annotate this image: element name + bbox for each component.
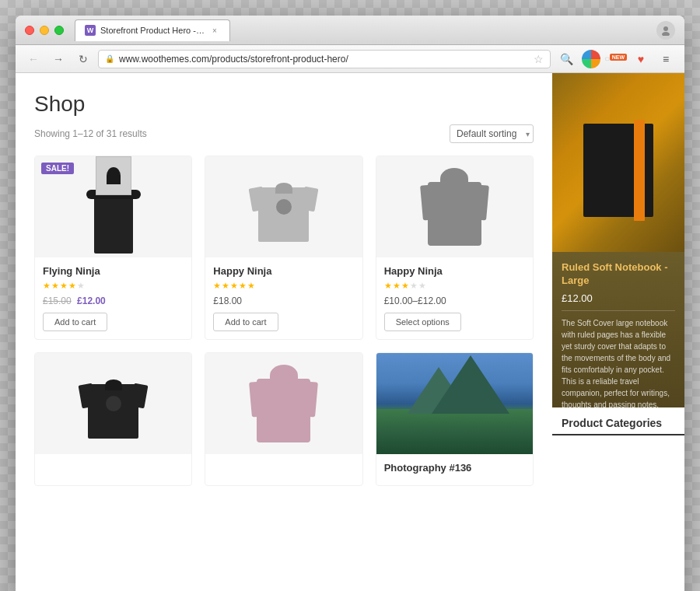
product-image bbox=[376, 353, 533, 454]
product-image: SALE! bbox=[35, 156, 191, 257]
menu-icon[interactable]: ≡ bbox=[655, 48, 677, 70]
product-image bbox=[205, 353, 362, 454]
product-price: £15.00 £12.00 bbox=[43, 296, 184, 306]
product-name: Happy Ninja bbox=[384, 265, 525, 277]
sort-wrapper: Default sorting bbox=[450, 124, 534, 143]
product-card: Photography #136 bbox=[376, 352, 534, 486]
product-card: Happy Ninja ★ ★ ★ ★ ★ £10.00–£12.00 Sele… bbox=[376, 156, 534, 340]
star-2: ★ bbox=[51, 281, 59, 291]
tab-favicon-icon: W bbox=[85, 25, 96, 36]
tab-bar: W Storefront Product Hero - W × bbox=[75, 19, 656, 41]
tab-close-button[interactable]: × bbox=[209, 25, 220, 36]
shop-main: Shop Showing 1–12 of 31 results Default … bbox=[16, 73, 552, 591]
title-bar: W Storefront Product Hero - W × bbox=[16, 16, 684, 45]
product-name: Flying Ninja bbox=[43, 265, 184, 277]
hero-divider bbox=[562, 310, 675, 311]
tshirt-design bbox=[276, 199, 292, 215]
add-to-cart-button[interactable]: Add to cart bbox=[213, 313, 278, 331]
hero-product-title: Ruled Soft Notebook - Large bbox=[562, 261, 675, 288]
price: £18.00 bbox=[213, 296, 242, 306]
new-tab-icon[interactable]: NEW bbox=[605, 48, 627, 70]
tab-title: Storefront Product Hero - W bbox=[100, 26, 205, 35]
heart-icon[interactable]: ♥ bbox=[630, 48, 652, 70]
search-icon[interactable]: 🔍 bbox=[555, 48, 577, 70]
old-price: £15.00 bbox=[43, 296, 72, 306]
browser-tab[interactable]: W Storefront Product Hero - W × bbox=[75, 19, 230, 41]
svg-point-0 bbox=[663, 26, 668, 31]
product-info bbox=[35, 454, 191, 485]
shop-title: Shop bbox=[34, 92, 534, 117]
product-card: Happy Ninja ★ ★ ★ ★ ★ £18.00 Add to cart bbox=[205, 156, 362, 340]
svg-point-1 bbox=[662, 32, 670, 36]
shop-sidebar: Ruled Soft Notebook - Large £12.00 The S… bbox=[552, 73, 684, 591]
traffic-lights bbox=[25, 26, 64, 35]
hoodie-hood bbox=[440, 168, 468, 190]
ninja-on-poster bbox=[107, 167, 121, 184]
address-bar[interactable]: 🔒 www.woothemes.com/products/storefront-… bbox=[98, 50, 551, 68]
product-price: £10.00–£12.00 bbox=[384, 296, 525, 306]
back-button[interactable]: ← bbox=[23, 49, 44, 69]
price-range: £10.00–£12.00 bbox=[384, 296, 446, 306]
product-info: Happy Ninja ★ ★ ★ ★ ★ £10.00–£12.00 Sele… bbox=[376, 257, 533, 339]
notebook-cover bbox=[583, 124, 653, 217]
results-count: Showing 1–12 of 31 results bbox=[34, 128, 147, 139]
product-info: Happy Ninja ★ ★ ★ ★ ★ £18.00 Add to cart bbox=[205, 257, 362, 339]
mountain-peak-2 bbox=[432, 355, 509, 414]
hoodie-body bbox=[257, 379, 310, 442]
star-4: ★ bbox=[68, 281, 76, 291]
flying-ninja-image bbox=[79, 160, 149, 254]
hero-image bbox=[552, 73, 684, 252]
user-profile-icon[interactable] bbox=[656, 21, 675, 40]
product-card: SALE! Flying Ninja ★ bbox=[34, 156, 192, 340]
hoodie-image bbox=[422, 168, 488, 246]
product-card bbox=[205, 352, 362, 486]
tshirt-image bbox=[250, 172, 317, 242]
bookmark-icon[interactable]: ☆ bbox=[534, 53, 544, 65]
product-info bbox=[205, 454, 362, 485]
star-3: ★ bbox=[60, 281, 68, 291]
tshirt-design bbox=[106, 396, 121, 411]
sort-dropdown[interactable]: Default sorting bbox=[450, 124, 534, 143]
sale-badge: SALE! bbox=[41, 163, 74, 174]
add-to-cart-button[interactable]: Add to cart bbox=[43, 313, 107, 331]
reload-button[interactable]: ↻ bbox=[73, 49, 93, 69]
sale-price: £12.00 bbox=[77, 296, 106, 306]
notebook-image bbox=[583, 124, 653, 217]
product-card bbox=[34, 352, 192, 486]
poster bbox=[96, 156, 131, 195]
star-5: ★ bbox=[77, 281, 85, 291]
product-name bbox=[43, 462, 184, 474]
product-name: Happy Ninja bbox=[213, 265, 354, 277]
hoodie-body bbox=[428, 182, 481, 246]
star-1: ★ bbox=[43, 281, 51, 291]
shop-meta: Showing 1–12 of 31 results Default sorti… bbox=[34, 124, 534, 143]
toolbar-icons: 🔍 NEW ♥ ≡ bbox=[555, 48, 677, 70]
hoodie-pink-image bbox=[250, 365, 317, 442]
product-image bbox=[205, 156, 362, 257]
star-rating: ★ ★ ★ ★ ★ bbox=[384, 281, 525, 291]
tshirt-black-image bbox=[80, 369, 146, 439]
close-window-button[interactable] bbox=[25, 26, 34, 35]
page-content: Shop Showing 1–12 of 31 results Default … bbox=[16, 73, 684, 591]
mountain-valley bbox=[376, 409, 533, 455]
select-options-button[interactable]: Select options bbox=[384, 313, 461, 331]
product-image bbox=[376, 156, 533, 257]
hero-price: £12.00 bbox=[562, 292, 675, 304]
star-rating: ★ ★ ★ ★ ★ bbox=[213, 281, 354, 291]
product-info: Flying Ninja ★ ★ ★ ★ ★ £15.00 £12.00 A bbox=[35, 257, 191, 339]
lock-icon: 🔒 bbox=[105, 54, 114, 63]
star-rating: ★ ★ ★ ★ ★ bbox=[43, 281, 184, 291]
tshirt-collar bbox=[105, 379, 122, 390]
camera-icon[interactable] bbox=[580, 48, 602, 70]
tshirt-collar bbox=[275, 183, 292, 194]
product-name: Photography #136 bbox=[384, 462, 525, 474]
product-info: Photography #136 bbox=[376, 454, 533, 485]
maximize-window-button[interactable] bbox=[54, 26, 64, 35]
hoodie-hood bbox=[270, 365, 298, 386]
mountain-photo bbox=[376, 353, 533, 454]
person-body bbox=[94, 195, 133, 254]
minimize-window-button[interactable] bbox=[40, 26, 49, 35]
hero-content: Ruled Soft Notebook - Large £12.00 The S… bbox=[552, 252, 684, 407]
product-price: £18.00 bbox=[213, 296, 354, 306]
forward-button[interactable]: → bbox=[48, 49, 68, 69]
